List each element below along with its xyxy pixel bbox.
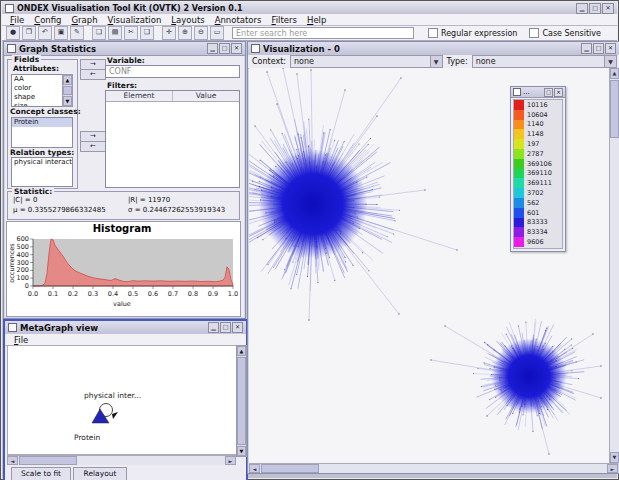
paste-icon[interactable]: ▤ xyxy=(108,26,122,40)
menu-item[interactable]: Config xyxy=(29,15,66,25)
legend-entry[interactable]: 83334 xyxy=(514,227,562,237)
legend-entry[interactable]: 10604 xyxy=(514,110,562,120)
filters-column-header[interactable]: Value xyxy=(173,91,239,101)
close-icon[interactable]: ✕ xyxy=(605,43,616,54)
scroll-up-icon[interactable]: ▲ xyxy=(610,68,619,79)
menu-item[interactable]: Help xyxy=(302,15,331,25)
maximize-icon[interactable]: □ xyxy=(589,3,601,14)
concept-classes-list[interactable]: Protein xyxy=(11,117,73,148)
visualization-vertical-scrollbar[interactable]: ▲ ▼ xyxy=(609,68,619,463)
menu-item-file[interactable]: File xyxy=(9,335,33,345)
duplicate-icon[interactable]: ❑ xyxy=(140,26,154,40)
legend-entry[interactable]: 1148 xyxy=(514,129,562,139)
scroll-down-icon[interactable]: ▼ xyxy=(63,96,72,106)
scroll-thumb[interactable] xyxy=(610,80,619,138)
scroll-left-icon[interactable]: ◄ xyxy=(249,464,260,473)
remove-variable-button[interactable]: ← xyxy=(80,69,106,80)
scroll-left-icon[interactable]: ◄ xyxy=(7,456,18,465)
scroll-track[interactable] xyxy=(78,456,225,465)
legend-titlebar[interactable]: ... □ ✕ xyxy=(511,87,565,98)
legend-entry[interactable]: 562 xyxy=(514,198,562,208)
scroll-track[interactable] xyxy=(610,139,619,452)
maximize-icon[interactable]: □ xyxy=(544,88,553,97)
chevron-down-icon[interactable]: ▼ xyxy=(430,56,442,67)
variable-field[interactable]: CONF xyxy=(105,65,240,78)
legend-entry[interactable]: 83333 xyxy=(514,218,562,228)
scale-to-fit-button[interactable]: Scale to fit xyxy=(11,467,71,480)
attributes-list[interactable]: AAcolorshapesize xyxy=(11,74,64,107)
zoom-out-icon[interactable]: ⊖ xyxy=(194,26,208,40)
filters-table[interactable]: ElementValue xyxy=(105,90,240,188)
scroll-right-icon[interactable]: ► xyxy=(225,456,236,465)
undo-icon[interactable]: ↶ xyxy=(38,26,52,40)
scroll-down-icon[interactable]: ▼ xyxy=(237,446,246,456)
minimize-icon[interactable]: ▁ xyxy=(576,3,588,14)
legend-entry[interactable]: 369111 xyxy=(514,178,562,188)
minimize-icon[interactable]: ▁ xyxy=(208,322,219,333)
save-icon[interactable]: ▣ xyxy=(54,26,68,40)
metagraph-vertical-scrollbar[interactable]: ▲ ▼ xyxy=(236,345,247,457)
close-icon[interactable]: ✕ xyxy=(231,43,242,54)
scroll-thumb[interactable] xyxy=(237,357,246,445)
type-combobox[interactable]: none ▼ xyxy=(472,55,617,68)
menu-item[interactable]: Filters xyxy=(266,15,302,25)
attributes-scrollbar[interactable]: ▲ ▼ xyxy=(62,74,73,107)
scroll-down-icon[interactable]: ▼ xyxy=(610,452,619,463)
legend-entry[interactable]: 1140 xyxy=(514,120,562,130)
metagraph-titlebar[interactable]: MetaGraph view ▁ □ ✕ xyxy=(5,321,246,335)
attribute-item[interactable]: shape xyxy=(12,93,63,102)
menu-item[interactable]: Layouts xyxy=(166,15,209,25)
chevron-down-icon[interactable]: ▼ xyxy=(604,56,616,67)
select-icon[interactable]: ▭ xyxy=(210,26,224,40)
legend-entry[interactable]: 10116 xyxy=(514,100,562,110)
scroll-thumb[interactable] xyxy=(19,456,77,465)
menu-item[interactable]: Annotators xyxy=(210,15,267,25)
search-input[interactable] xyxy=(232,27,414,39)
legend-entry[interactable]: 601 xyxy=(514,208,562,218)
scroll-track[interactable] xyxy=(320,464,607,473)
legend-entry[interactable]: 369110 xyxy=(514,169,562,179)
legend-entry[interactable]: 9606 xyxy=(514,237,562,247)
menu-item[interactable]: Visualization xyxy=(103,15,167,25)
add-icon[interactable]: ❏ xyxy=(92,26,106,40)
attribute-item[interactable]: AA xyxy=(12,75,63,84)
filters-column-header[interactable]: Element xyxy=(106,91,173,101)
legend-entry[interactable]: 369106 xyxy=(514,159,562,169)
legend-entry[interactable]: 2787 xyxy=(514,149,562,159)
new-graph-icon[interactable]: ● xyxy=(6,26,20,40)
zoom-in-icon[interactable]: ⊕ xyxy=(178,26,192,40)
scroll-thumb[interactable] xyxy=(261,464,319,473)
close-icon[interactable]: ✕ xyxy=(602,3,614,14)
visualization-titlebar[interactable]: Visualization - 0 ▁ □ ✕ xyxy=(248,42,619,56)
maximize-icon[interactable]: □ xyxy=(219,43,230,54)
metagraph-horizontal-scrollbar[interactable]: ◄ ► xyxy=(7,455,236,465)
scroll-right-icon[interactable]: ► xyxy=(607,464,618,473)
legend-entry[interactable]: 197 xyxy=(514,139,562,149)
close-icon[interactable]: ✕ xyxy=(554,88,563,97)
relation-type-item[interactable]: physical interaction xyxy=(12,158,72,167)
context-combobox[interactable]: none ▼ xyxy=(290,55,443,68)
visualization-horizontal-scrollbar[interactable]: ◄ ► xyxy=(249,463,618,473)
legend-entry[interactable]: 3702 xyxy=(514,188,562,198)
legend-window[interactable]: ... □ ✕ 10116 10604 xyxy=(510,86,566,252)
scroll-up-icon[interactable]: ▲ xyxy=(237,346,246,356)
metagraph-canvas[interactable]: physical inter...Protein xyxy=(7,345,237,455)
maximize-icon[interactable]: □ xyxy=(593,43,604,54)
menu-item[interactable]: File xyxy=(5,15,29,25)
menu-item[interactable]: Graph xyxy=(67,15,103,25)
relation-types-list[interactable]: physical interaction xyxy=(11,157,73,187)
graph-canvas[interactable]: ... □ ✕ 10116 10604 xyxy=(249,68,609,463)
concept-class-item[interactable]: Protein xyxy=(12,118,72,127)
relayout-button[interactable]: Relayout xyxy=(73,467,127,480)
center-icon[interactable]: ✛ xyxy=(162,26,176,40)
graph-statistics-titlebar[interactable]: Graph Statistics ▁ □ ✕ xyxy=(4,42,245,56)
remove-filter-button[interactable]: ← xyxy=(80,141,106,152)
minimize-icon[interactable]: ▁ xyxy=(581,43,592,54)
regex-checkbox[interactable] xyxy=(428,28,438,38)
scroll-thumb[interactable] xyxy=(63,86,72,95)
maximize-icon[interactable]: □ xyxy=(220,322,231,333)
copy-icon[interactable]: ❐ xyxy=(22,26,36,40)
case-sensitive-checkbox[interactable] xyxy=(529,28,539,38)
cut-icon[interactable]: ✂ xyxy=(124,26,138,40)
edit-icon[interactable]: ✎ xyxy=(70,26,84,40)
